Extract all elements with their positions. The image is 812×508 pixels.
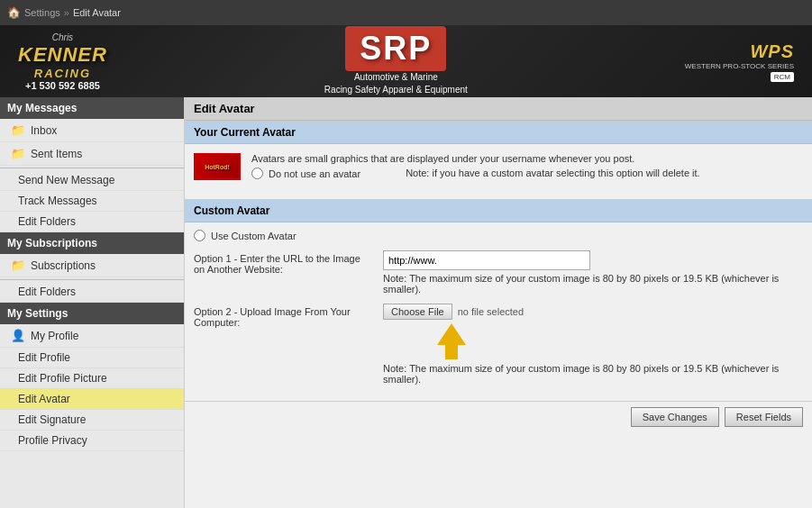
do-not-use-radio[interactable] <box>251 168 263 179</box>
option2-content: Choose File no file selected Note: The m… <box>383 304 803 385</box>
banner-center: SRP Automotive & Marine Racing Safety Ap… <box>324 26 468 96</box>
rcm-badge: RCM <box>771 72 794 82</box>
srp-logo: SRP <box>345 26 446 71</box>
sent-label: Sent Items <box>31 148 82 160</box>
sidebar-item-my-profile[interactable]: 👤 My Profile <box>0 324 184 348</box>
srp-sub: Automotive & Marine Racing Safety Appare… <box>324 71 468 96</box>
banner-left: Chris KENNER RACING +1 530 592 6885 <box>18 32 107 90</box>
do-not-use-label: Do not use an avatar <box>269 168 360 179</box>
url-input[interactable] <box>383 250 590 270</box>
breadcrumb-current: Edit Avatar <box>73 7 121 18</box>
custom-avatar-title: Custom Avatar <box>185 199 812 222</box>
arrow-head <box>437 323 466 345</box>
banner-right: WPS WESTERN PRO-STOCK SERIES RCM <box>685 41 794 82</box>
no-file-text: no file selected <box>458 306 524 317</box>
subscriptions-label: Subscriptions <box>31 259 96 272</box>
wps-logo: WPS <box>750 41 794 62</box>
current-avatar-body: HotRod! Avatars are small graphics that … <box>185 144 812 199</box>
option2-note: Note: The maximum size of your custom im… <box>383 363 798 385</box>
avatar-note: Note: if you have a custom avatar select… <box>406 168 700 178</box>
folder-icon-sent: 📁 <box>11 147 25 160</box>
content-header: Edit Avatar <box>185 97 812 121</box>
banner: Chris KENNER RACING +1 530 592 6885 SRP … <box>0 25 812 97</box>
sidebar-item-edit-profile-picture[interactable]: Edit Profile Picture <box>0 368 184 389</box>
kenner-racing: RACING <box>34 67 91 80</box>
save-changes-button[interactable]: Save Changes <box>631 407 719 427</box>
kenner-name: KENNER <box>18 43 107 67</box>
option1-note: Note: The maximum size of your custom im… <box>383 273 798 295</box>
avatar-description: Avatars are small graphics that are disp… <box>251 153 803 183</box>
avatar-current-section: HotRod! Avatars are small graphics that … <box>194 153 803 183</box>
sidebar-item-sent[interactable]: 📁 Sent Items <box>0 142 184 166</box>
content-footer: Save Changes Reset Fields <box>185 401 812 432</box>
sidebar-item-edit-folders-subs[interactable]: Edit Folders <box>0 282 184 303</box>
custom-avatar-body: Use Custom Avatar Option 1 - Enter the U… <box>185 222 812 401</box>
sidebar-item-profile-privacy[interactable]: Profile Privacy <box>0 431 184 451</box>
sidebar-item-subscriptions[interactable]: 📁 Subscriptions <box>0 254 184 277</box>
avatar-image: HotRod! <box>194 153 241 180</box>
sidebar-item-edit-avatar[interactable]: Edit Avatar <box>0 389 184 410</box>
option2-row: Option 2 - Upload Image From Your Comput… <box>194 304 803 385</box>
my-profile-label: My Profile <box>31 330 78 342</box>
file-upload-row: Choose File no file selected <box>383 304 803 320</box>
use-custom-option[interactable]: Use Custom Avatar <box>194 230 803 241</box>
avatar-desc-text: Avatars are small graphics that are disp… <box>251 153 803 164</box>
my-subscriptions-header[interactable]: My Subscriptions <box>0 232 184 254</box>
user-icon: 👤 <box>11 329 25 342</box>
reset-fields-button[interactable]: Reset Fields <box>725 407 803 427</box>
arrow-area <box>437 323 803 359</box>
inbox-label: Inbox <box>31 124 57 137</box>
use-custom-label: Use Custom Avatar <box>211 231 297 241</box>
folder-icon: 📁 <box>11 123 25 137</box>
do-not-use-option[interactable]: Do not use an avatar <box>251 168 360 179</box>
home-icon: 🏠 <box>7 6 21 19</box>
sidebar: My Messages 📁 Inbox 📁 Sent Items Send Ne… <box>0 97 185 508</box>
option1-row: Option 1 - Enter the URL to the Image on… <box>194 250 803 295</box>
kenner-script: Chris <box>52 32 73 42</box>
my-messages-header[interactable]: My Messages <box>0 97 184 119</box>
wps-sub: WESTERN PRO-STOCK SERIES <box>685 62 794 70</box>
main-layout: My Messages 📁 Inbox 📁 Sent Items Send Ne… <box>0 97 812 508</box>
sidebar-item-edit-folders-messages[interactable]: Edit Folders <box>0 212 184 232</box>
option1-label: Option 1 - Enter the URL to the Image on… <box>194 250 374 275</box>
sidebar-item-send-new[interactable]: Send New Message <box>0 170 184 191</box>
sidebar-item-track[interactable]: Track Messages <box>0 191 184 212</box>
folder-icon-subs: 📁 <box>11 259 25 272</box>
kenner-phone: +1 530 592 6885 <box>25 80 100 91</box>
breadcrumb: 🏠 Settings » Edit Avatar <box>7 6 121 19</box>
sidebar-item-edit-signature[interactable]: Edit Signature <box>0 410 184 431</box>
breadcrumb-separator: » <box>64 7 69 18</box>
choose-file-button[interactable]: Choose File <box>383 304 452 320</box>
your-current-avatar-title: Your Current Avatar <box>185 121 812 144</box>
settings-link[interactable]: Settings <box>24 7 60 18</box>
sidebar-item-inbox[interactable]: 📁 Inbox <box>0 119 184 142</box>
use-custom-radio[interactable] <box>194 230 205 241</box>
arrow-shaft <box>445 345 458 359</box>
sidebar-item-edit-profile[interactable]: Edit Profile <box>0 348 184 368</box>
top-nav: 🏠 Settings » Edit Avatar <box>0 0 812 25</box>
option1-content: Note: The maximum size of your custom im… <box>383 250 803 295</box>
content-area: Edit Avatar Your Current Avatar HotRod! … <box>185 97 812 508</box>
my-settings-header[interactable]: My Settings <box>0 303 184 324</box>
option2-label: Option 2 - Upload Image From Your Comput… <box>194 304 374 328</box>
